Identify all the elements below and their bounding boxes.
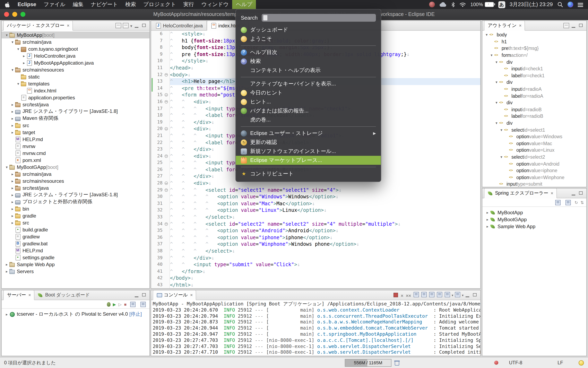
refresh-icon[interactable]: ↻ <box>575 200 578 205</box>
tree-item[interactable]: index.html <box>2 87 149 94</box>
maximize-view-icon[interactable] <box>142 24 147 28</box>
tree-item[interactable]: pom.xml <box>2 156 149 164</box>
menubar-item[interactable]: 実行 <box>180 0 198 9</box>
terminate-icon[interactable] <box>393 293 398 297</box>
tree-item[interactable]: HELP.md <box>2 247 149 254</box>
close-tab-icon[interactable]: × <box>519 23 521 28</box>
outline-item[interactable]: ▾form action=/ <box>482 52 586 59</box>
close-tab-icon[interactable]: × <box>29 293 31 297</box>
outline-item[interactable]: ▾body <box>482 31 586 38</box>
tab-package-explorer[interactable]: パッケージ・エクスプロー × <box>3 20 73 31</box>
menubar-item[interactable]: 編集 <box>69 0 87 9</box>
cloud-icon[interactable] <box>439 2 447 7</box>
help-menu-item[interactable]: ようこそ <box>236 34 381 43</box>
tree-item[interactable]: ▸target <box>2 129 149 136</box>
app-menu-eclipse[interactable]: Eclipse <box>14 0 40 9</box>
battery-indicator[interactable]: 100% <box>471 2 494 7</box>
apple-menu[interactable] <box>0 2 14 7</box>
stop-server-icon[interactable]: ■ <box>124 302 126 306</box>
menubar-item[interactable]: ヘルプ <box>232 0 256 9</box>
outline-item[interactable]: pre th:text=${msg} <box>482 45 586 52</box>
maximize-view-icon[interactable] <box>472 293 477 297</box>
outline-item[interactable]: input id=radioA <box>482 86 586 93</box>
tree-item[interactable]: ▸src/test/java <box>2 184 149 191</box>
tab-outline[interactable]: アウトライン × <box>484 20 525 31</box>
input-source-icon[interactable]: あ <box>498 1 505 8</box>
heap-status[interactable]: 556M / 1165M <box>345 359 391 367</box>
help-menu-item[interactable]: 新規ソフトウェアのインストール... <box>236 147 381 156</box>
help-menu-item[interactable]: 虎の巻... <box>236 115 381 124</box>
tab-spring-explorer[interactable]: Spring エクスプローラー × <box>484 188 557 198</box>
sort-icon[interactable]: ⇅ <box>580 200 584 205</box>
spring-project-item[interactable]: ▸Sample Web App <box>482 223 586 230</box>
status-app-icon[interactable] <box>429 2 435 7</box>
maximize-view-icon[interactable] <box>578 24 584 28</box>
tree-item[interactable]: ▸bin <box>2 205 149 212</box>
outline-item[interactable]: ▾div <box>482 99 586 106</box>
remove-all-launches-icon[interactable]: ×× <box>406 294 411 298</box>
tab-console[interactable]: コンソール × <box>153 290 196 300</box>
scroll-lock-icon[interactable] <box>421 292 427 297</box>
tree-item[interactable]: ▸Servers <box>2 268 149 275</box>
debug-server-icon[interactable] <box>107 302 110 306</box>
tree-item[interactable]: ▾MyBootApp [boot] <box>2 31 149 38</box>
open-console-dropdown-icon[interactable]: ▾ <box>462 294 463 297</box>
remove-launch-icon[interactable]: × <box>401 294 403 298</box>
code-line[interactable]: 33^ ^ ^ </select>↓ <box>151 214 480 221</box>
minimize-view-icon[interactable] <box>571 191 576 195</box>
notification-bulb-icon[interactable] <box>578 360 584 365</box>
tree-item[interactable]: ▾src/main/resources <box>2 66 149 73</box>
help-menu-item[interactable]: 更新の確認 <box>236 138 381 147</box>
code-line[interactable]: 35^ ^ ^ ^ <option value="Android">Androi… <box>151 227 480 234</box>
minimize-view-icon[interactable] <box>571 24 576 28</box>
tree-item[interactable]: ▸src <box>2 122 149 129</box>
bluetooth-icon[interactable] <box>451 2 455 7</box>
outline-item[interactable]: ▾div <box>482 79 586 86</box>
console-output[interactable]: MyBootApp - MyBootAppApplication [Spring… <box>151 300 480 356</box>
outline-item[interactable]: ▾select id=select2 <box>482 154 586 160</box>
fold-collapse-icon[interactable] <box>165 188 168 192</box>
clean-server-icon[interactable] <box>140 302 146 307</box>
line-ending-indicator[interactable]: LF <box>558 360 563 365</box>
tree-item[interactable]: ▸プロジェクトと外部の依存関係 <box>2 198 149 205</box>
help-menu-item[interactable]: コントリビュート <box>236 169 381 178</box>
help-menu-item[interactable]: 今日のヒント <box>236 88 381 97</box>
outline-item[interactable]: option value=Windows <box>482 133 586 140</box>
code-line[interactable]: 30^ ^ ^ ^ <option value="Windows">Window… <box>151 193 480 200</box>
help-search-input[interactable] <box>262 14 376 21</box>
tree-item[interactable]: ▸JRE システム・ライブラリー [JavaSE-1.8] <box>2 191 149 198</box>
tree-item[interactable]: mvnw.cmd <box>2 150 149 156</box>
outline-item[interactable]: label for=radioA <box>482 93 586 99</box>
tree-item[interactable]: ▸src/main/resources <box>2 177 149 184</box>
spring-project-item[interactable]: ▸MyBootApp <box>482 209 586 216</box>
outline-item[interactable]: option value=iphone <box>482 167 586 174</box>
close-tab-icon[interactable]: × <box>551 191 553 195</box>
outline-item[interactable]: ▾div <box>482 120 586 126</box>
code-line[interactable]: 40^ ^ <input type="submit" value="Click"… <box>151 261 480 268</box>
collapse-all-icon[interactable] <box>555 200 560 205</box>
help-menu-item[interactable]: コンテキスト・ヘルプの表示 <box>236 66 381 75</box>
tree-item[interactable]: ▸Sample Web App <box>2 261 149 268</box>
tree-item[interactable]: ▾templates <box>2 80 149 87</box>
pin-console-icon[interactable] <box>437 292 442 297</box>
outline-item[interactable]: option value=Mac <box>482 140 586 147</box>
menubar-item[interactable]: ナビゲート <box>87 0 122 9</box>
maximize-view-icon[interactable] <box>142 293 147 297</box>
help-menu-item[interactable]: 検索 <box>236 57 381 66</box>
code-line[interactable]: 36^ ^ ^ ^ <option value="iphone">iphone<… <box>151 234 480 241</box>
help-menu-item[interactable]: Eclipse マーケットプレース... <box>236 156 381 165</box>
outline-item[interactable]: ▾select id=select1 <box>482 127 586 133</box>
code-line[interactable]: 31^ ^ ^ ^ <option value="Mac">Mac</optio… <box>151 200 480 207</box>
code-line[interactable]: 37^ ^ ^ ^ <option value="Winphone">Windo… <box>151 241 480 248</box>
tree-item[interactable]: ▾MyBootGApp [boot] <box>2 164 149 171</box>
help-menu-item[interactable]: ヘルプ目次 <box>236 48 381 57</box>
outline-item[interactable]: h1 <box>482 38 586 45</box>
server-item[interactable]: ▸ tcserver - ローカルホスト の Pivotal tc Server… <box>2 311 149 318</box>
tree-item[interactable]: mvnw <box>2 143 149 150</box>
minimize-view-icon[interactable] <box>134 24 139 28</box>
notification-center-icon[interactable] <box>578 2 583 7</box>
code-line[interactable]: 34^ ^ ^ <select id="select2" name="selec… <box>151 221 480 227</box>
tree-item[interactable]: static <box>2 73 149 80</box>
menubar-item[interactable]: ファイル <box>40 0 69 9</box>
outline-item[interactable]: input id=radioB <box>482 106 586 113</box>
